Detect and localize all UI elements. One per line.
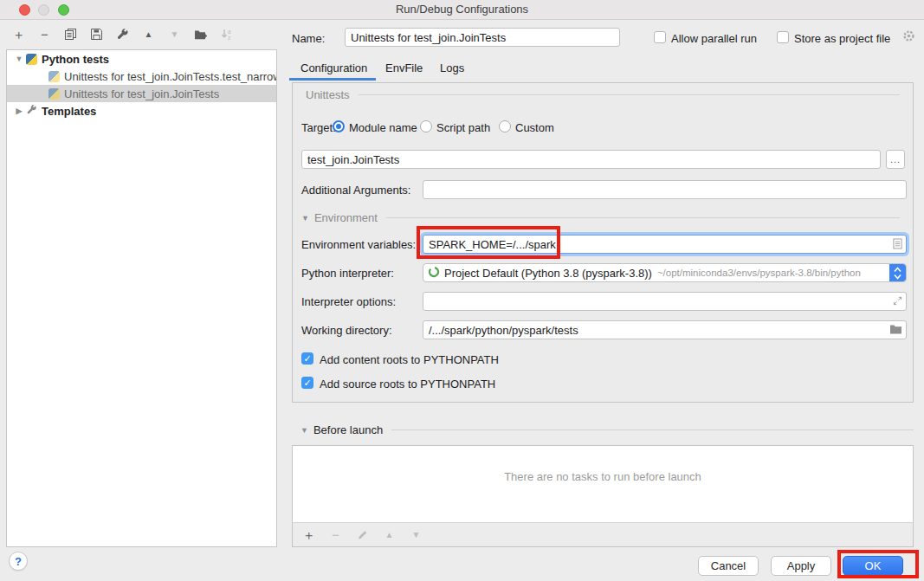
cancel-button[interactable]: Cancel (698, 556, 759, 576)
store-as-project-file-label: Store as project file (794, 32, 890, 45)
before-launch-empty-message: There are no tasks to run before launch (293, 470, 913, 483)
additional-arguments-label: Additional Arguments: (301, 184, 410, 197)
python-interpreter-label: Python interpreter: (301, 267, 394, 280)
add-content-roots-checkbox[interactable]: ✓ (301, 352, 313, 365)
target-module-input[interactable] (301, 150, 881, 169)
allow-parallel-run-label: Allow parallel run (671, 32, 757, 45)
tree-item-label: Python tests (42, 53, 109, 66)
create-folder-icon[interactable] (193, 27, 208, 42)
browse-label: ... (890, 154, 901, 165)
group-divider (359, 94, 900, 95)
move-task-down-icon[interactable]: ▼ (409, 527, 423, 542)
collapse-icon[interactable]: ▼ (14, 55, 24, 63)
svg-text:z: z (228, 35, 230, 41)
python-test-icon (48, 71, 60, 82)
store-as-project-file-checkbox[interactable] (777, 31, 789, 43)
environment-variables-label: Environment variables: (301, 238, 416, 251)
help-label: ? (15, 555, 22, 568)
tree-item-python-tests[interactable]: ▼ Python tests (7, 50, 276, 68)
python-tests-icon (26, 54, 37, 65)
additional-arguments-input[interactable] (423, 180, 907, 199)
tree-item-unittests-narrow[interactable]: Unittests for test_join.JoinTests.test_n… (7, 68, 276, 85)
tree-item-unittests-jointests[interactable]: Unittests for test_join.JoinTests (7, 85, 276, 102)
configuration-panel: Unittests Target: Module name Script pat… (292, 82, 914, 403)
before-launch-toolbar: ＋ − ▲ ▼ (293, 522, 913, 546)
python-interpreter-select[interactable]: Project Default (Python 3.8 (pyspark-3.8… (423, 263, 907, 282)
name-input[interactable] (345, 28, 620, 47)
group-divider (391, 429, 914, 430)
title-bar: Run/Debug Configurations (0, 0, 924, 20)
annotation-ok-button-highlight (837, 550, 919, 578)
remove-task-icon[interactable]: − (328, 527, 343, 542)
svg-text:a: a (228, 29, 231, 35)
templates-wrench-icon (26, 104, 37, 118)
radio-module-name[interactable] (333, 120, 345, 132)
environment-section-title: Environment (314, 211, 378, 224)
apply-button[interactable]: Apply (771, 556, 831, 576)
radio-custom[interactable] (499, 120, 511, 132)
radio-script-path[interactable] (420, 120, 432, 132)
tree-item-label: Unittests for test_join.JoinTests.test_n… (64, 70, 276, 83)
unittests-group-title: Unittests (306, 88, 350, 101)
tree-item-templates[interactable]: ▶ Templates (7, 102, 276, 119)
before-launch-title: Before launch (313, 423, 383, 436)
sort-configurations-icon[interactable]: az (219, 27, 234, 42)
interpreter-stepper-icon[interactable] (889, 264, 906, 281)
expand-icon[interactable]: ▶ (14, 107, 24, 115)
add-configuration-icon[interactable]: ＋ (11, 27, 26, 42)
conda-env-icon (428, 266, 440, 281)
radio-script-path-label[interactable]: Script path (436, 121, 490, 134)
annotation-env-variables-highlight (417, 226, 560, 259)
configurations-tree: ▼ Python tests Unittests for test_join.J… (6, 49, 277, 547)
add-source-roots-checkbox[interactable]: ✓ (301, 377, 313, 389)
browse-target-button[interactable]: ... (886, 150, 905, 169)
edit-task-icon[interactable] (355, 527, 370, 542)
python-test-icon (48, 88, 60, 100)
tab-envfile[interactable]: EnvFile (385, 61, 423, 74)
add-source-roots-label: Add source roots to PYTHONPATH (320, 378, 495, 391)
collapse-environment-icon[interactable]: ▼ (301, 214, 309, 223)
target-label: Target: (301, 121, 336, 134)
save-configuration-icon[interactable] (89, 27, 104, 42)
tab-logs[interactable]: Logs (440, 61, 464, 74)
move-task-up-icon[interactable]: ▲ (382, 527, 397, 542)
group-divider (386, 217, 900, 218)
interpreter-options-label: Interpreter options: (301, 295, 396, 308)
help-button[interactable]: ? (9, 552, 28, 571)
tab-configuration[interactable]: Configuration (300, 61, 367, 74)
radio-custom-label[interactable]: Custom (515, 121, 554, 134)
window-title: Run/Debug Configurations (0, 0, 924, 19)
interpreter-path: ~/opt/miniconda3/envs/pyspark-3.8/bin/py… (657, 268, 861, 278)
interpreter-options-input[interactable] (423, 292, 907, 311)
tree-item-label: Templates (42, 105, 96, 118)
radio-module-name-label[interactable]: Module name (349, 121, 417, 134)
add-task-icon[interactable]: ＋ (301, 527, 316, 542)
working-directory-input[interactable] (423, 320, 907, 339)
before-launch-panel: There are no tasks to run before launch … (292, 445, 914, 547)
allow-parallel-run-checkbox[interactable] (654, 31, 666, 43)
interpreter-value: Project Default (Python 3.8 (pyspark-3.8… (444, 267, 652, 280)
name-label: Name: (292, 32, 325, 45)
add-content-roots-label: Add content roots to PYTHONPATH (320, 353, 499, 366)
tree-item-label: Unittests for test_join.JoinTests (64, 87, 219, 100)
store-options-gear-icon[interactable] (902, 29, 915, 45)
collapse-before-launch-icon[interactable]: ▼ (300, 426, 308, 435)
active-tab-indicator (289, 78, 376, 81)
working-directory-label: Working directory: (301, 324, 392, 337)
configurations-toolbar: ＋ − ▲ ▼ az (11, 27, 234, 42)
move-up-icon[interactable]: ▲ (141, 27, 156, 42)
move-down-icon[interactable]: ▼ (167, 27, 182, 42)
remove-configuration-icon[interactable]: − (37, 27, 52, 42)
edit-templates-icon[interactable] (115, 27, 130, 42)
copy-configuration-icon[interactable] (63, 27, 78, 42)
